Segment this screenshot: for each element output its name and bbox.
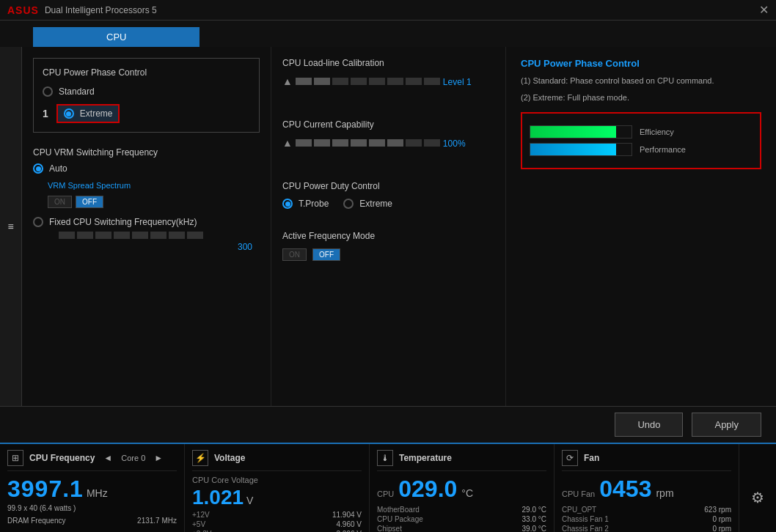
extreme-highlight-row[interactable]: Extreme bbox=[56, 104, 120, 123]
vrm-section: CPU VRM Switching Frequency Auto VRM Spr… bbox=[33, 147, 260, 252]
radio-btn-standard bbox=[43, 86, 53, 97]
radio-label-auto: Auto bbox=[49, 163, 67, 174]
efficiency-bar-label: Efficiency bbox=[640, 128, 674, 136]
ll-dot-2 bbox=[314, 78, 330, 85]
cpu-freq-dram-value: 2131.7 MHz bbox=[137, 517, 177, 525]
titlebar-title: Dual Intelligent Processors 5 bbox=[45, 5, 157, 15]
tab-cpu[interactable]: CPU bbox=[33, 27, 200, 47]
efficiency-bar-fill bbox=[530, 126, 616, 138]
toggle-off-btn-vrm[interactable]: OFF bbox=[76, 196, 103, 208]
fan-title: Fan bbox=[584, 453, 599, 463]
freq-dot-6 bbox=[150, 232, 166, 239]
radio-extreme-duty[interactable]: Extreme bbox=[343, 199, 392, 209]
freq-dot-8 bbox=[187, 232, 203, 239]
cpu-temp-value: 029.0 bbox=[398, 476, 457, 503]
cpu-freq-nav-next[interactable]: ► bbox=[151, 453, 166, 463]
ll-dot-8 bbox=[424, 78, 440, 85]
temperature-header: 🌡 Temperature bbox=[377, 450, 546, 471]
phase-bar-performance: Performance bbox=[530, 143, 753, 156]
left-panel: CPU Power Phase Control Standard 1 Extre… bbox=[22, 47, 271, 406]
cc-dot-2 bbox=[314, 139, 330, 147]
ll-dot-6 bbox=[387, 78, 403, 85]
temperature-rows: MotherBoard 29.0 °C CPU Package 33.0 °C … bbox=[377, 506, 546, 532]
cpu-freq-unit: MHz bbox=[87, 487, 108, 499]
performance-bar bbox=[530, 143, 632, 156]
radio-auto[interactable]: Auto bbox=[33, 163, 260, 174]
fixed-freq-slider-dots bbox=[59, 232, 260, 239]
toggle-on-btn-vrm[interactable]: ON bbox=[48, 196, 72, 208]
fan-header: ⟳ Fan bbox=[562, 450, 731, 471]
fan-row-chassis2: Chassis Fan 2 0 rpm bbox=[562, 525, 731, 532]
apply-button[interactable]: Apply bbox=[692, 413, 761, 437]
temp-row-pkg: CPU Package 33.0 °C bbox=[377, 515, 546, 523]
right-panel: CPU Power Phase Control (1) Standard: Ph… bbox=[506, 47, 776, 406]
active-freq-row: ON OFF bbox=[282, 248, 494, 261]
power-duty-title: CPU Power Duty Control bbox=[282, 181, 494, 191]
radio-standard[interactable]: Standard bbox=[43, 86, 250, 97]
cc-dot-3 bbox=[332, 139, 348, 147]
gear-icon[interactable]: ⚙ bbox=[751, 489, 764, 506]
toggle-on-btn-freq[interactable]: ON bbox=[282, 248, 307, 261]
active-freq-title: Active Frequency Mode bbox=[282, 231, 494, 241]
cpu-freq-section: ⊞ CPU Frequency ◄ Core 0 ► 3997.1 MHz 99… bbox=[0, 444, 185, 532]
cc-dot-1 bbox=[296, 139, 312, 147]
load-line-value: Level 1 bbox=[443, 77, 472, 87]
close-button[interactable]: ✕ bbox=[759, 3, 769, 17]
fixed-freq-value: 300 bbox=[238, 242, 252, 252]
voltage-icon: ⚡ bbox=[192, 450, 208, 466]
temperature-title: Temperature bbox=[399, 453, 452, 463]
freq-dot-4 bbox=[114, 232, 130, 239]
freq-dot-5 bbox=[132, 232, 148, 239]
stats-bar: ⊞ CPU Frequency ◄ Core 0 ► 3997.1 MHz 99… bbox=[0, 443, 776, 532]
cc-dot-8 bbox=[424, 139, 440, 147]
tab-bar: CPU bbox=[0, 21, 776, 47]
ll-dot-1 bbox=[296, 78, 312, 85]
radio-btn-fixed bbox=[33, 217, 43, 227]
cpu-freq-core-label: Core 0 bbox=[121, 454, 145, 462]
cpu-freq-nav-prev[interactable]: ◄ bbox=[100, 453, 115, 463]
phase-bars-box: Efficiency Performance bbox=[521, 112, 761, 169]
voltage-title: Voltage bbox=[214, 453, 245, 463]
freq-dot-7 bbox=[169, 232, 185, 239]
right-panel-desc2: (2) Extreme: Full phase mode. bbox=[521, 92, 761, 104]
performance-bar-fill bbox=[530, 144, 616, 155]
titlebar: ASUS Dual Intelligent Processors 5 ✕ bbox=[0, 0, 776, 21]
fan-icon: ⟳ bbox=[562, 450, 578, 466]
sidebar-toggle[interactable]: ≡ bbox=[0, 47, 22, 406]
voltage-rows: +12V 11.904 V +5V 4.960 V +3.3V 3.296 V … bbox=[192, 511, 362, 532]
load-line-arrow[interactable]: ▲ bbox=[282, 75, 293, 87]
undo-button[interactable]: Undo bbox=[615, 413, 683, 437]
cc-dot-4 bbox=[351, 139, 367, 147]
cpu-temp-label: CPU bbox=[377, 489, 394, 498]
fan-rows: CPU_OPT 623 rpm Chassis Fan 1 0 rpm Chas… bbox=[562, 506, 731, 532]
temperature-icon: 🌡 bbox=[377, 450, 393, 466]
toggle-off-btn-freq[interactable]: OFF bbox=[312, 248, 340, 261]
ll-dot-3 bbox=[332, 78, 348, 85]
phase-control-box: CPU Power Phase Control Standard 1 Extre… bbox=[33, 58, 260, 133]
cpu-temp-unit: °C bbox=[461, 487, 473, 499]
titlebar-left: ASUS Dual Intelligent Processors 5 bbox=[7, 4, 157, 16]
center-panel: CPU Load-line Calibration ▲ Level 1 bbox=[271, 47, 506, 406]
cpu-fan-unit: rpm bbox=[656, 487, 673, 499]
phase-control-title: CPU Power Phase Control bbox=[43, 67, 250, 78]
cpu-freq-sub1: 99.9 x 40 (6.4 watts ) bbox=[7, 504, 177, 512]
ll-dot-5 bbox=[369, 78, 385, 85]
freq-dot-1 bbox=[59, 232, 75, 239]
ll-dot-7 bbox=[406, 78, 422, 85]
right-panel-desc1: (1) Standard: Phase control based on CPU… bbox=[521, 75, 761, 87]
fan-row-chassis1: Chassis Fan 1 0 rpm bbox=[562, 515, 731, 523]
fan-row-opt: CPU_OPT 623 rpm bbox=[562, 506, 731, 514]
cpu-fan-label: CPU Fan bbox=[562, 489, 595, 498]
right-panel-title: CPU Power Phase Control bbox=[521, 58, 761, 69]
radio-label-extreme: Extreme bbox=[80, 108, 113, 119]
voltage-row-5v: +5V 4.960 V bbox=[192, 520, 362, 528]
radio-btn-tprobe bbox=[282, 199, 293, 209]
current-cap-arrow[interactable]: ▲ bbox=[282, 137, 293, 149]
radio-btn-extreme-duty bbox=[343, 199, 354, 209]
bottom-buttons: Undo Apply bbox=[0, 406, 776, 443]
load-line-slider: ▲ Level 1 bbox=[282, 75, 494, 105]
radio-tprobe[interactable]: T.Probe bbox=[282, 199, 329, 209]
temperature-section: 🌡 Temperature CPU 029.0 °C MotherBoard 2… bbox=[370, 444, 554, 532]
current-cap-title: CPU Current Capability bbox=[282, 119, 494, 130]
cpu-freq-header: ⊞ CPU Frequency ◄ Core 0 ► bbox=[7, 450, 177, 471]
